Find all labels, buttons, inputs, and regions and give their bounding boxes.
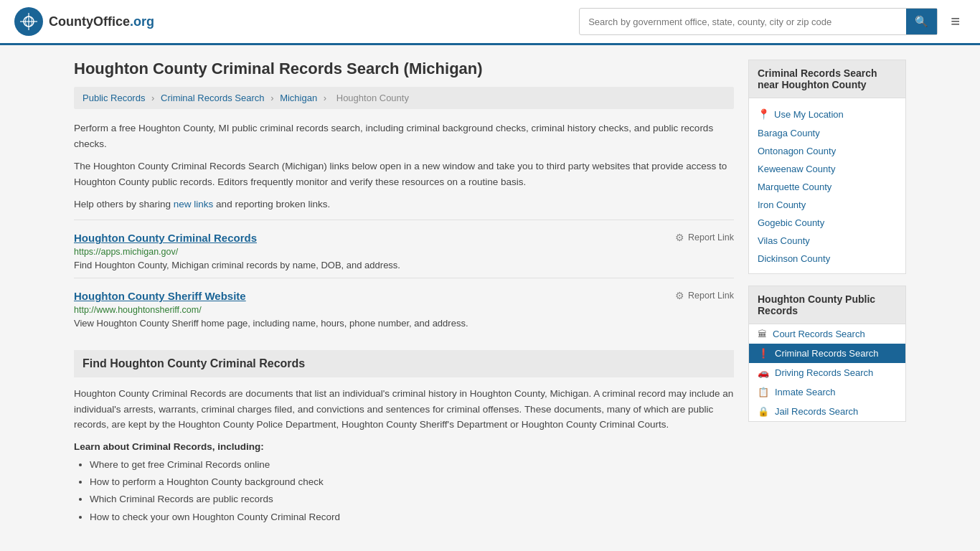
record-items-container: Houghton County Criminal Records ⚙ Repor… [74,220,734,336]
record-url-1[interactable]: http://www.houghtonsheriff.com/ [74,305,734,315]
county-link-5[interactable]: Gogebic County [749,214,905,232]
description-3: Help others by sharing new links and rep… [74,197,734,212]
public-records-section: Houghton County Public Records 🏛 Court R… [748,286,906,422]
report-label-0: Report Link [688,232,734,242]
new-links-link[interactable]: new links [174,199,214,209]
sidebar-icon-3: 📋 [758,387,769,397]
sidebar-link-label-1: Criminal Records Search [775,348,879,359]
county-link-7[interactable]: Dickinson County [749,250,905,268]
public-record-link-3[interactable]: 📋 Inmate Search [749,382,905,402]
sidebar-link-label-0: Court Records Search [773,329,865,339]
county-links-container: Baraga CountyOntonagon CountyKeweenaw Co… [749,124,905,268]
learn-item-2: Which Criminal Records are public record… [90,491,734,508]
record-desc-0: Find Houghton County, Michigan criminal … [74,260,734,270]
search-input[interactable] [580,11,906,33]
learn-title: Learn about Criminal Records, including: [74,441,734,452]
use-location-item[interactable]: 📍 Use My Location [749,104,905,124]
hamburger-menu[interactable]: ≡ [945,9,966,34]
learn-list: Where to get free Criminal Records onlin… [74,456,734,526]
nearby-links: 📍 Use My Location Baraga CountyOntonagon… [749,98,905,273]
use-location-label: Use My Location [774,109,844,120]
content-area: Houghton County Criminal Records Search … [74,60,734,526]
search-button[interactable]: 🔍 [906,9,937,34]
record-item-0: Houghton County Criminal Records ⚙ Repor… [74,220,734,278]
county-link-0[interactable]: Baraga County [749,124,905,142]
record-desc-1: View Houghton County Sheriff home page, … [74,318,734,329]
nearby-title: Criminal Records Search near Houghton Co… [749,60,905,98]
learn-item-3: How to check your own Houghton County Cr… [90,509,734,526]
sidebar-icon-4: 🔒 [758,406,769,417]
public-record-link-1[interactable]: ❗ Criminal Records Search [749,344,905,363]
public-record-links-container: 🏛 Court Records Search ❗ Criminal Record… [749,324,905,421]
description-1: Perform a free Houghton County, MI publi… [74,121,734,151]
location-dot-icon: 📍 [758,108,770,120]
info-section: Find Houghton County Criminal Records Ho… [74,350,734,526]
county-link-4[interactable]: Iron County [749,196,905,214]
page-title: Houghton County Criminal Records Search … [74,60,734,78]
sidebar-icon-0: 🏛 [758,329,767,339]
public-record-link-4[interactable]: 🔒 Jail Records Search [749,402,905,421]
breadcrumb-criminal-records[interactable]: Criminal Records Search [161,93,265,103]
logo-area: CountyOffice.org [14,7,154,36]
header: CountyOffice.org 🔍 ≡ [0,0,980,45]
county-link-6[interactable]: Vilas County [749,232,905,250]
breadcrumb: Public Records › Criminal Records Search… [74,87,734,109]
report-icon-0: ⚙ [675,232,684,243]
county-link-1[interactable]: Ontonagon County [749,142,905,160]
sidebar-link-label-3: Inmate Search [775,387,836,397]
breadcrumb-michigan[interactable]: Michigan [280,93,317,103]
record-title-1[interactable]: Houghton County Sheriff Website [74,290,246,302]
description-2: The Houghton County Criminal Records Sea… [74,159,734,189]
sidebar-link-label-4: Jail Records Search [775,406,858,417]
public-records-title: Houghton County Public Records [749,286,905,324]
sidebar-icon-1: ❗ [758,348,769,359]
sidebar-link-label-2: Driving Records Search [775,367,873,378]
info-text: Houghton County Criminal Records are doc… [74,386,734,433]
sidebar: Criminal Records Search near Houghton Co… [748,60,906,526]
logo-icon [14,7,43,36]
learn-item-0: Where to get free Criminal Records onlin… [90,456,734,474]
report-icon-1: ⚙ [675,290,684,301]
record-url-0[interactable]: https://apps.michigan.gov/ [74,247,734,257]
search-bar: 🔍 [579,8,938,35]
public-record-link-0[interactable]: 🏛 Court Records Search [749,324,905,344]
county-link-3[interactable]: Marquette County [749,178,905,196]
record-title-0[interactable]: Houghton County Criminal Records [74,232,257,244]
main-container: Houghton County Criminal Records Search … [60,45,920,540]
sidebar-icon-2: 🚗 [758,367,769,378]
report-link-0[interactable]: ⚙ Report Link [675,232,734,243]
breadcrumb-public-records[interactable]: Public Records [83,93,145,103]
breadcrumb-houghton-county: Houghton County [336,93,409,103]
public-record-link-2[interactable]: 🚗 Driving Records Search [749,363,905,382]
learn-item-1: How to perform a Houghton County backgro… [90,474,734,491]
record-item-1: Houghton County Sheriff Website ⚙ Report… [74,278,734,336]
report-label-1: Report Link [688,291,734,301]
nearby-section: Criminal Records Search near Houghton Co… [748,60,906,274]
report-link-1[interactable]: ⚙ Report Link [675,290,734,301]
info-section-title: Find Houghton County Criminal Records [74,350,734,377]
logo-text: CountyOffice.org [49,14,154,29]
county-link-2[interactable]: Keweenaw County [749,160,905,178]
